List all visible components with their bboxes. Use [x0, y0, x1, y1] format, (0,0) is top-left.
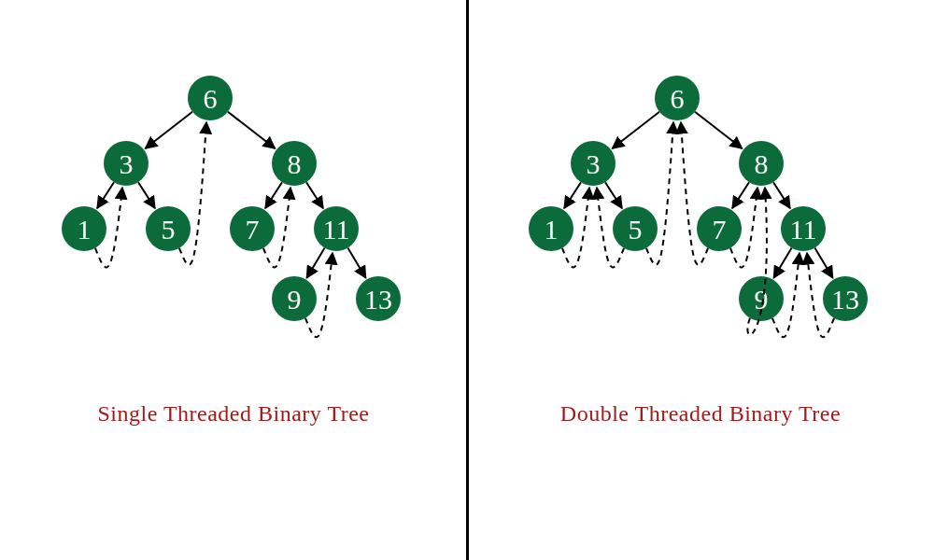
edge-n3-n1 — [564, 182, 581, 208]
node-label-3: 3 — [587, 148, 601, 179]
tree-double: 63815711913 — [467, 0, 934, 392]
panel-double-threaded: 63815711913 Double Threaded Binary Tree — [467, 0, 934, 560]
edge-n8-n11 — [773, 182, 790, 208]
node-label-5: 5 — [629, 214, 643, 245]
edge-n11-n9 — [773, 248, 791, 278]
edge-n6-n3 — [613, 112, 660, 148]
edge-n8-n7 — [732, 182, 749, 208]
node-label-7: 7 — [246, 214, 260, 245]
edge-n6-n8 — [695, 112, 743, 148]
node-label-13: 13 — [364, 284, 392, 315]
nodes-group: 63815711913 — [529, 76, 868, 321]
node-label-8: 8 — [288, 148, 302, 179]
nodes-group: 63815711913 — [62, 76, 401, 321]
edge-n3-n5 — [138, 182, 155, 208]
edge-n11-n9 — [306, 248, 324, 278]
edges-solid — [564, 112, 833, 278]
node-label-13: 13 — [831, 284, 859, 315]
node-label-1: 1 — [78, 214, 92, 245]
edges-solid — [97, 112, 366, 278]
node-label-6: 6 — [204, 83, 218, 114]
node-label-6: 6 — [671, 83, 685, 114]
node-label-8: 8 — [755, 148, 769, 179]
edge-n8-n7 — [265, 182, 282, 208]
edge-n3-n1 — [97, 182, 114, 208]
node-label-7: 7 — [713, 214, 727, 245]
panel-single-threaded: 63815711913 Single Threaded Binary Tree — [0, 0, 467, 560]
node-label-9: 9 — [288, 284, 302, 315]
caption-double: Double Threaded Binary Tree — [467, 401, 934, 427]
tree-single: 63815711913 — [0, 0, 467, 392]
node-label-5: 5 — [162, 214, 176, 245]
edge-n11-n13 — [814, 248, 832, 278]
edge-n8-n11 — [306, 182, 323, 208]
edge-n6-n3 — [146, 112, 193, 148]
node-label-1: 1 — [545, 214, 559, 245]
node-label-11: 11 — [790, 214, 817, 245]
edge-n11-n13 — [347, 248, 365, 278]
node-label-11: 11 — [323, 214, 350, 245]
edge-n6-n8 — [228, 112, 276, 148]
caption-single: Single Threaded Binary Tree — [0, 401, 467, 427]
edge-n3-n5 — [605, 182, 622, 208]
node-label-3: 3 — [120, 148, 134, 179]
